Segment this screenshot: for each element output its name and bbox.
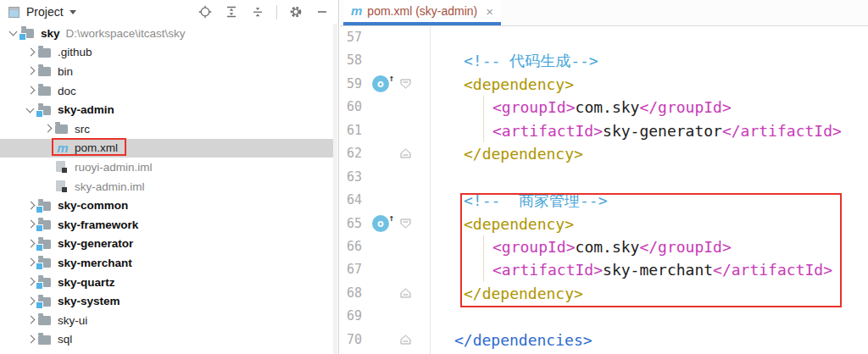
locate-icon[interactable]	[198, 4, 213, 19]
folder-icon	[37, 313, 54, 327]
chevron-collapsed-icon[interactable]	[24, 275, 37, 289]
code-line-64[interactable]: 64<!-- 商家管理-->	[340, 189, 868, 212]
chevron-collapsed-icon[interactable]	[24, 46, 37, 59]
tree-row-pom.xml[interactable]: mpom.xml	[0, 139, 337, 158]
chevron-collapsed-icon[interactable]	[24, 313, 37, 327]
module-folder-icon	[37, 256, 54, 269]
editor-tab-title: pom.xml (sky-admin)	[367, 4, 477, 18]
code-line-59[interactable]: 59o↑<dependency>	[340, 73, 868, 96]
fold-region-end-icon[interactable]	[400, 288, 411, 298]
tree-row-.github[interactable]: .github	[0, 43, 337, 63]
chevron-expanded-icon[interactable]	[24, 103, 37, 117]
tree-item-label: pom.xml	[75, 141, 118, 154]
tree-item-label: sky-merchant	[58, 257, 132, 269]
tree-row-src[interactable]: src	[0, 119, 337, 139]
code-line-66[interactable]: 66<groupId>com.sky</groupId>	[340, 235, 868, 258]
chevron-collapsed-icon[interactable]	[24, 237, 37, 251]
tree-row-sky-ui[interactable]: sky-ui	[0, 311, 337, 330]
code-line-62[interactable]: 62</dependency>	[340, 142, 868, 165]
tree-row-ruoyi-admin.iml[interactable]: ruoyi-admin.iml	[0, 158, 337, 177]
code-line-63[interactable]: 63	[340, 166, 868, 189]
code-line-70[interactable]: 70</dependencies>	[340, 329, 868, 351]
chevron-collapsed-icon[interactable]	[24, 256, 37, 269]
line-number: 58	[340, 49, 362, 72]
tree-item-label: sky-framework	[58, 218, 138, 231]
tree-row-sky-admin.iml[interactable]: sky-admin.iml	[0, 177, 337, 196]
tree-row-sky-quartz[interactable]: sky-quartz	[0, 273, 337, 292]
fold-region-start-icon[interactable]	[400, 79, 411, 89]
line-number: 60	[340, 96, 362, 119]
code-text: <dependency>	[464, 213, 574, 235]
folder-icon	[37, 46, 54, 59]
module-folder-icon	[20, 26, 37, 40]
tree-scrollbar-track[interactable]	[333, 24, 337, 354]
folder-icon	[37, 333, 54, 346]
tree-row-doc[interactable]: doc	[0, 81, 337, 101]
collapse-all-icon[interactable]	[250, 4, 265, 19]
settings-gear-icon[interactable]	[288, 4, 303, 19]
code-line-65[interactable]: 65o↑<dependency>	[340, 213, 868, 235]
chevron-collapsed-icon[interactable]	[24, 218, 37, 231]
maven-override-gutter-icon[interactable]: o↑	[372, 75, 389, 92]
maven-icon: m	[351, 4, 362, 18]
chevron-collapsed-icon[interactable]	[24, 295, 37, 308]
line-number: 64	[340, 189, 362, 212]
line-number: 69	[340, 305, 362, 328]
fold-region-start-icon[interactable]	[400, 218, 411, 229]
code-line-68[interactable]: 68</dependency>	[340, 282, 868, 305]
chevron-collapsed-icon[interactable]	[41, 122, 54, 136]
chevron-collapsed-icon[interactable]	[24, 199, 37, 213]
code-line-60[interactable]: 60<groupId>com.sky</groupId>	[340, 96, 868, 119]
tree-item-label: bin	[58, 65, 73, 78]
module-folder-icon	[37, 275, 54, 289]
project-panel-header: Project	[0, 0, 338, 24]
chevron-down-icon[interactable]	[70, 10, 76, 14]
close-icon[interactable]: ×	[486, 5, 493, 18]
iml-file-icon	[54, 160, 71, 174]
chevron-collapsed-icon[interactable]	[24, 333, 37, 346]
module-folder-icon	[37, 218, 54, 231]
tree-row-sky-generator[interactable]: sky-generator	[0, 235, 337, 254]
code-line-69[interactable]: 69	[340, 305, 868, 328]
code-line-57[interactable]: 57	[340, 26, 868, 49]
chevron-expanded-icon[interactable]	[7, 26, 20, 40]
code-text: <groupId>com.sky</groupId>	[492, 235, 732, 258]
chevron-collapsed-icon[interactable]	[24, 84, 37, 97]
folder-icon	[54, 122, 71, 136]
code-text: <!-- 代码生成-->	[464, 49, 598, 72]
maven-override-gutter-icon[interactable]: o↑	[372, 215, 389, 232]
tree-row-bin[interactable]: bin	[0, 62, 337, 81]
tree-row-sky-system[interactable]: sky-system	[0, 291, 337, 311]
tree-row-sky-merchant[interactable]: sky-merchant	[0, 253, 337, 273]
tree-row-sky-common[interactable]: sky-common	[0, 196, 337, 215]
module-folder-icon	[37, 199, 54, 213]
line-number: 57	[340, 26, 362, 49]
tree-row-sky[interactable]: skyD:\workspace\itcast\sky	[0, 24, 337, 43]
project-panel: Project	[0, 0, 339, 354]
tree-row-sql[interactable]: sql	[0, 330, 337, 350]
tree-row-sky-admin[interactable]: sky-admin	[0, 100, 337, 119]
line-number: 68	[340, 282, 362, 305]
fold-region-end-icon[interactable]	[400, 148, 411, 158]
editor-tab-pom-xml[interactable]: m pom.xml (sky-admin) ×	[343, 0, 501, 25]
line-number: 66	[340, 235, 362, 258]
chevron-spacer	[41, 180, 54, 193]
fold-region-end-icon[interactable]	[400, 335, 411, 345]
ide-window: { "project_panel": { "title": "Project",…	[0, 0, 868, 354]
code-text: <artifactId>sky-merchant</artifactId>	[492, 258, 832, 281]
code-line-58[interactable]: 58<!-- 代码生成-->	[340, 49, 868, 72]
tree-item-label: sky	[41, 27, 60, 40]
hide-panel-icon[interactable]	[314, 4, 330, 19]
chevron-spacer	[41, 141, 54, 155]
chevron-collapsed-icon[interactable]	[24, 64, 37, 78]
code-line-67[interactable]: 67<artifactId>sky-merchant</artifactId>	[340, 258, 868, 281]
line-number: 70	[340, 329, 362, 351]
code-line-61[interactable]: 61<artifactId>sky-generator</artifactId>	[340, 119, 868, 142]
project-panel-title[interactable]: Project	[26, 5, 64, 19]
line-number: 65	[340, 213, 362, 235]
tree-row-sky-framework[interactable]: sky-framework	[0, 215, 337, 235]
tree-item-label: ruoyi-admin.iml	[75, 161, 153, 174]
code-text: <dependency>	[464, 73, 574, 96]
project-tree: skyD:\workspace\itcast\sky.githubbindocs…	[0, 24, 337, 349]
expand-all-icon[interactable]	[224, 4, 239, 19]
